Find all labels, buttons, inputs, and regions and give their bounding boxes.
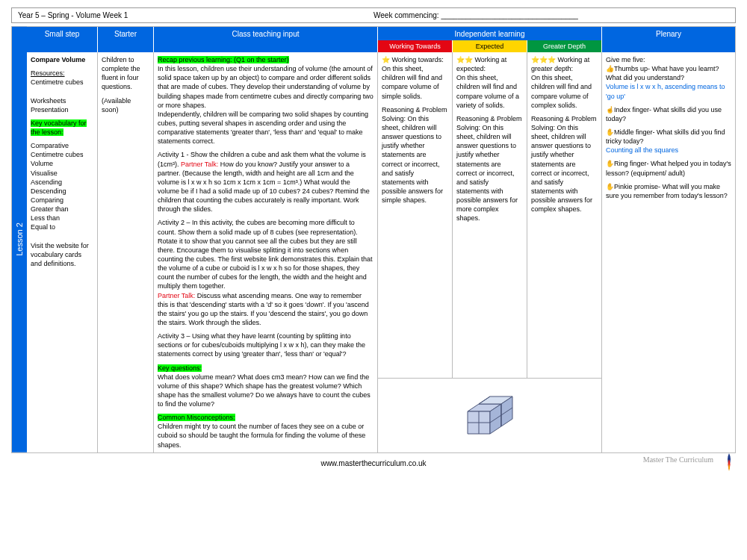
wt-p2: Reasoning & Problem Solving: On this she…: [382, 105, 448, 205]
header-small-step: Small step: [27, 27, 98, 52]
plenary-index: Index finger- What skills did you use to…: [606, 106, 722, 122]
recap-text: In this lesson, children use their under…: [158, 64, 374, 146]
sub-header-exp: Expected: [453, 40, 527, 52]
header-teaching: Class teaching input: [154, 27, 378, 52]
page-footer: www.masterthecurriculum.co.uk Master The…: [11, 459, 736, 467]
plenary-thumb: Thumbs up- What have you learnt? What di…: [606, 65, 719, 81]
header-independent-label: Independent learning: [379, 30, 600, 40]
resource-item: Worksheets: [31, 96, 93, 105]
activity2: Activity 2 – In this activity, the cubes…: [158, 218, 374, 290]
content-row: Compare Volume Resources: Centimetre cub…: [27, 52, 735, 452]
plenary-thumb-ans: Volume is l x w x h, ascending means to …: [606, 82, 731, 100]
sub-header-gd: Greater Depth: [527, 40, 601, 52]
plenary-ring: Ring finger- What helped you in today's …: [606, 160, 731, 176]
key-questions: What does volume mean? What does cm3 mea…: [158, 373, 374, 409]
lesson-title: Compare Volume: [31, 56, 85, 63]
document-header: Year 5 – Spring - Volume Week 1 Week com…: [11, 7, 736, 23]
star-icon: ⭐⭐⭐: [531, 56, 556, 63]
key-questions-label: Key questions:: [158, 364, 202, 372]
exp-p2: Reasoning & Problem Solving: On this she…: [456, 114, 523, 223]
starter-availability: (Available soon): [102, 96, 149, 114]
starter-cell: Children to complete the fluent in four …: [98, 52, 154, 452]
vocab-list: Comparative Centimetre cubes Volume Visu…: [31, 141, 93, 231]
activity1-b: How do you know? Justify your answer to …: [158, 161, 370, 214]
ring-finger-icon: ✋: [606, 160, 614, 167]
vocab-footer: Visit the website for vocabulary cards a…: [31, 241, 93, 268]
teaching-cell: Recap previous learning: (Q1 on the star…: [154, 52, 378, 452]
header-independent: Independent learning Working Towards Exp…: [378, 27, 602, 52]
index-finger-icon: ☝: [606, 106, 614, 113]
footer-url: www.masterthecurriculum.co.uk: [320, 459, 426, 467]
gd-p2: Reasoning & Problem Solving: On this she…: [531, 114, 598, 214]
week-commencing: Week commencing: _______________________…: [374, 11, 729, 19]
plenary-intro: Give me five:: [606, 55, 731, 64]
gd-p1: On this sheet, children will find and co…: [531, 73, 598, 110]
star-icon: ⭐⭐: [456, 56, 473, 63]
middle-finger-icon: ✋: [606, 128, 614, 136]
misconceptions: Children might try to count the number o…: [158, 422, 374, 449]
resource-item: Centimetre cubes: [31, 78, 93, 87]
cube-illustration: [378, 378, 601, 452]
partner-talk-label: Partner Talk:: [181, 161, 218, 168]
star-icon: ⭐: [382, 56, 390, 63]
vocab-label: Key vocabulary for the lesson:: [31, 119, 87, 136]
exp-p1: On this sheet, children will find and co…: [456, 73, 523, 110]
wt-p1: On this sheet, children will find and co…: [382, 64, 448, 101]
pinkie-icon: ✋: [606, 183, 614, 190]
header-plenary: Plenary: [602, 27, 735, 52]
starter-text: Children to complete the fluent in four …: [102, 55, 149, 92]
plenary-cell: Give me five: 👍Thumbs up- What have you …: [602, 52, 735, 452]
exp-cell: ⭐⭐ Working at expected: On this sheet, c…: [453, 52, 527, 378]
wt-cell: ⭐ Working towards: On this sheet, childr…: [378, 52, 453, 378]
recap-label: Recap previous learning: (Q1 on the star…: [158, 56, 289, 63]
plenary-middle: Middle finger- What skills did you find …: [606, 128, 725, 145]
misconceptions-label: Common Misconceptions:: [158, 414, 235, 421]
cube-icon: [460, 389, 520, 441]
gd-cell: ⭐⭐⭐ Working at greater depth: On this sh…: [527, 52, 601, 378]
footer-brand: Master The Curriculum: [643, 455, 713, 464]
plenary-pinkie: Pinkie promise- What will you make sure …: [606, 183, 728, 199]
lesson-plan-grid: Lesson 2 Small step Starter Class teachi…: [11, 26, 736, 453]
sub-header-wt: Working Towards: [378, 40, 453, 52]
header-starter: Starter: [98, 27, 154, 52]
lesson-tab: Lesson 2: [12, 27, 27, 452]
wt-title: Working towards:: [390, 56, 444, 63]
small-step-cell: Compare Volume Resources: Centimetre cub…: [27, 52, 98, 452]
resources-label: Resources:: [31, 69, 65, 77]
resource-item: Presentation: [31, 105, 93, 114]
column-headers: Small step Starter Class teaching input …: [27, 27, 735, 52]
brand-logo-icon: [722, 452, 736, 473]
doc-title: Year 5 – Spring - Volume Week 1: [18, 11, 374, 19]
thumbs-up-icon: 👍: [606, 65, 614, 72]
plenary-middle-ans: Counting all the squares: [606, 146, 731, 155]
activity3: Activity 3 – Using what they have learnt…: [158, 332, 374, 358]
independent-cell: ⭐ Working towards: On this sheet, childr…: [378, 52, 602, 452]
partner-talk-label2: Partner Talk:: [158, 292, 195, 299]
